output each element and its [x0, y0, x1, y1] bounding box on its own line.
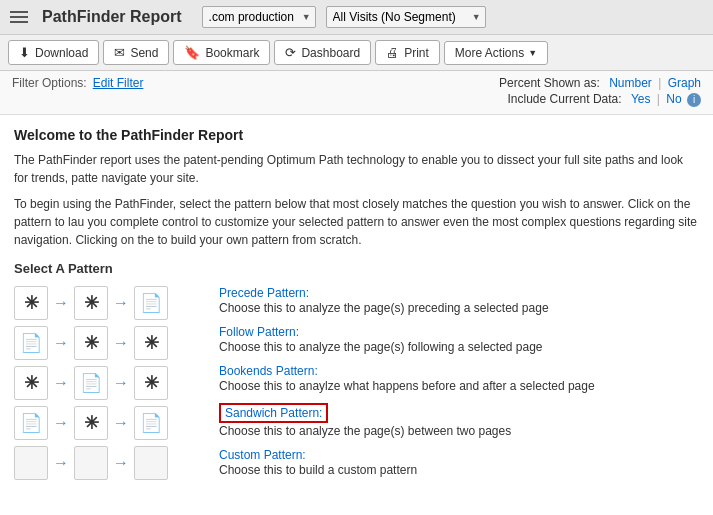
bookmark-button[interactable]: 🔖 Bookmark	[173, 40, 270, 65]
pattern-row-custom: → →	[14, 446, 199, 480]
print-icon: 🖨	[386, 45, 399, 60]
main-content: Welcome to the PathFinder Report The Pat…	[0, 115, 713, 492]
custom-pattern-desc: Choose this to build a custom pattern	[219, 463, 699, 477]
edit-filter-link[interactable]: Edit Filter	[93, 76, 144, 90]
include-current-row: Include Current Data: Yes | No i	[499, 92, 701, 107]
arrow-4: →	[113, 334, 129, 352]
arrow-8: →	[113, 414, 129, 432]
filter-options-label: Filter Options:	[12, 76, 87, 90]
cell-follow-2[interactable]: ✳	[74, 326, 108, 360]
intro-text-1: The PathFinder report uses the patent-pe…	[14, 151, 699, 187]
select-pattern-label: Select A Pattern	[14, 261, 699, 276]
arrow-7: →	[53, 414, 69, 432]
filter-bar: Filter Options: Edit Filter Percent Show…	[0, 71, 713, 115]
graph-link[interactable]: Graph	[668, 76, 701, 90]
pattern-row-precede: ✳ → ✳ → 📄	[14, 286, 199, 320]
cell-bookends-3[interactable]: ✳	[134, 366, 168, 400]
pattern-grid: ✳ → ✳ → 📄 📄 → ✳ → ✳ ✳ → 📄 → ✳	[14, 286, 199, 480]
percent-shown-label: Percent Shown as:	[499, 76, 600, 90]
download-button[interactable]: ⬇ Download	[8, 40, 99, 65]
filter-right: Percent Shown as: Number | Graph Include…	[499, 76, 701, 109]
print-button[interactable]: 🖨 Print	[375, 40, 440, 65]
cell-precede-3[interactable]: 📄	[134, 286, 168, 320]
cell-precede-2[interactable]: ✳	[74, 286, 108, 320]
bookends-pattern-item: Bookends Pattern: Choose this to anaylze…	[219, 364, 699, 393]
header: PathFinder Report .com production All Vi…	[0, 0, 713, 35]
follow-pattern-item: Follow Pattern: Choose this to analyze t…	[219, 325, 699, 354]
yes-link[interactable]: Yes	[631, 92, 651, 106]
no-link[interactable]: No	[666, 92, 681, 106]
more-actions-caret-icon: ▼	[528, 48, 537, 58]
precede-pattern-item: Precede Pattern: Choose this to analyze …	[219, 286, 699, 315]
patterns-area: ✳ → ✳ → 📄 📄 → ✳ → ✳ ✳ → 📄 → ✳	[14, 286, 699, 480]
filter-left: Filter Options: Edit Filter	[12, 76, 143, 90]
site-select-wrap[interactable]: .com production	[202, 6, 316, 28]
site-select[interactable]: .com production	[202, 6, 316, 28]
follow-pattern-desc: Choose this to analyze the page(s) follo…	[219, 340, 699, 354]
dashboard-icon: ⟳	[285, 45, 296, 60]
cell-custom-1[interactable]	[14, 446, 48, 480]
pattern-row-sandwich: 📄 → ✳ → 📄	[14, 406, 199, 440]
cell-bookends-1[interactable]: ✳	[14, 366, 48, 400]
cell-follow-3[interactable]: ✳	[134, 326, 168, 360]
precede-pattern-desc: Choose this to analyze the page(s) prece…	[219, 301, 699, 315]
bookends-pattern-desc: Choose this to anaylze what happens befo…	[219, 379, 699, 393]
arrow-1: →	[53, 294, 69, 312]
hamburger-menu[interactable]	[10, 11, 28, 23]
custom-pattern-link[interactable]: Custom Pattern:	[219, 448, 306, 462]
cell-bookends-2[interactable]: 📄	[74, 366, 108, 400]
pattern-row-follow: 📄 → ✳ → ✳	[14, 326, 199, 360]
sandwich-pattern-desc: Choose this to analyze the page(s) betwe…	[219, 424, 699, 438]
bookmark-icon: 🔖	[184, 45, 200, 60]
send-icon: ✉	[114, 45, 125, 60]
arrow-9: →	[53, 454, 69, 472]
arrow-5: →	[53, 374, 69, 392]
cell-sandwich-1[interactable]: 📄	[14, 406, 48, 440]
download-icon: ⬇	[19, 45, 30, 60]
arrow-6: →	[113, 374, 129, 392]
more-actions-button[interactable]: More Actions ▼	[444, 41, 548, 65]
info-icon[interactable]: i	[687, 93, 701, 107]
follow-pattern-link[interactable]: Follow Pattern:	[219, 325, 299, 339]
sandwich-pattern-link[interactable]: Sandwich Pattern:	[219, 403, 328, 423]
cell-custom-3[interactable]	[134, 446, 168, 480]
pattern-descriptions: Precede Pattern: Choose this to analyze …	[219, 286, 699, 480]
arrow-10: →	[113, 454, 129, 472]
cell-precede-1[interactable]: ✳	[14, 286, 48, 320]
intro-text-2: To begin using the PathFinder, select th…	[14, 195, 699, 249]
sandwich-pattern-item: Sandwich Pattern: Choose this to analyze…	[219, 403, 699, 438]
pattern-row-bookends: ✳ → 📄 → ✳	[14, 366, 199, 400]
custom-pattern-item: Custom Pattern: Choose this to build a c…	[219, 448, 699, 477]
number-link[interactable]: Number	[609, 76, 652, 90]
app-title: PathFinder Report	[42, 8, 182, 26]
dashboard-button[interactable]: ⟳ Dashboard	[274, 40, 371, 65]
welcome-title: Welcome to the PathFinder Report	[14, 127, 699, 143]
percent-shown-row: Percent Shown as: Number | Graph	[499, 76, 701, 90]
arrow-2: →	[113, 294, 129, 312]
cell-sandwich-2[interactable]: ✳	[74, 406, 108, 440]
arrow-3: →	[53, 334, 69, 352]
cell-sandwich-3[interactable]: 📄	[134, 406, 168, 440]
cell-custom-2[interactable]	[74, 446, 108, 480]
precede-pattern-link[interactable]: Precede Pattern:	[219, 286, 309, 300]
toolbar: ⬇ Download ✉ Send 🔖 Bookmark ⟳ Dashboard…	[0, 35, 713, 71]
cell-follow-1[interactable]: 📄	[14, 326, 48, 360]
segment-select-wrap[interactable]: All Visits (No Segment)	[326, 6, 486, 28]
bookends-pattern-link[interactable]: Bookends Pattern:	[219, 364, 318, 378]
segment-select[interactable]: All Visits (No Segment)	[326, 6, 486, 28]
send-button[interactable]: ✉ Send	[103, 40, 169, 65]
include-current-label: Include Current Data:	[508, 92, 622, 106]
